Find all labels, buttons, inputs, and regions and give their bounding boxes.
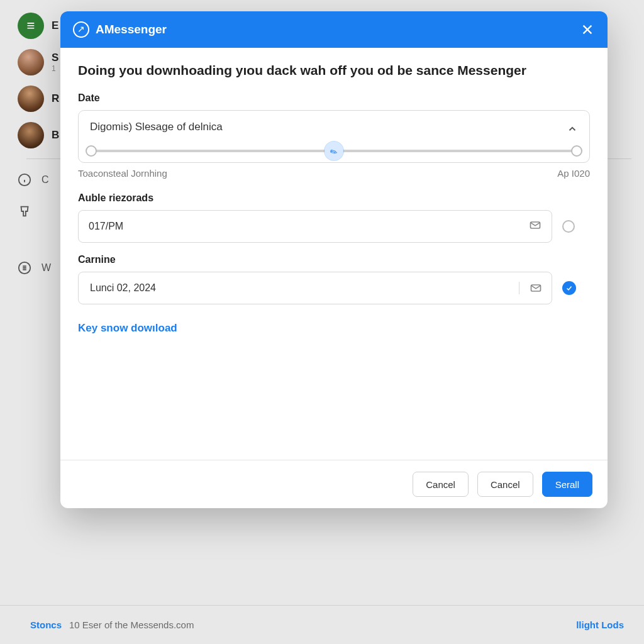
- carnine-label: Carnine: [78, 254, 590, 265]
- download-link[interactable]: Key snow dowıload: [78, 322, 177, 335]
- carnine-input[interactable]: Lunci 02, 2024: [78, 272, 552, 304]
- close-button[interactable]: [579, 21, 596, 38]
- submit-button[interactable]: Serall: [542, 472, 592, 497]
- modal-body: Doing you downhoading yıou dack wah off …: [60, 48, 608, 460]
- modal-dialog: AMessenger Doing you downhoading yıou da…: [60, 11, 608, 508]
- slider-handle-start[interactable]: [86, 145, 97, 157]
- footer-text: 10 Eser of the Messends.com: [69, 619, 194, 630]
- chevron-up-icon[interactable]: [567, 123, 578, 137]
- slider-labels: Toaconsteal Jornhing Ap I020: [78, 168, 590, 179]
- date-label: Date: [78, 92, 590, 104]
- range-end-label: Ap I020: [557, 168, 590, 179]
- range-start-label: Toaconsteal Jornhing: [78, 168, 167, 179]
- time-label: Auble riezorads: [78, 192, 590, 204]
- check-badge[interactable]: [562, 281, 576, 295]
- modal-heading: Doing you downhoading yıou dack wah off …: [78, 62, 590, 79]
- footer-link[interactable]: Stoncs: [30, 619, 62, 630]
- date-range-text: Digomis) Slesage of delnica: [90, 121, 578, 133]
- modal-header: AMessenger: [60, 11, 608, 48]
- modal-title: AMessenger: [96, 23, 167, 36]
- cancel-button-1[interactable]: Cancel: [413, 472, 469, 497]
- footer-right-link[interactable]: llight Lods: [576, 619, 624, 630]
- mail-icon: [529, 219, 541, 234]
- time-input[interactable]: 017/PM: [78, 210, 552, 243]
- date-range-box[interactable]: Digomis) Slesage of delnica ✎: [78, 110, 590, 163]
- time-value: 017/PM: [89, 221, 541, 232]
- mail-icon[interactable]: [519, 282, 552, 294]
- modal-overlay: AMessenger Doing you downhoading yıou da…: [0, 0, 644, 644]
- modal-footer: Cancel Cancel Serall: [60, 460, 608, 508]
- carnine-value: Lunci 02, 2024: [79, 282, 519, 294]
- slider-thumb[interactable]: ✎: [325, 142, 343, 160]
- cancel-button-2[interactable]: Cancel: [477, 472, 533, 497]
- slider-handle-end[interactable]: [571, 145, 582, 157]
- pin-icon: ✎: [328, 145, 340, 157]
- time-radio[interactable]: [562, 220, 575, 233]
- messenger-icon: [73, 21, 89, 38]
- date-range-slider[interactable]: ✎: [91, 145, 577, 157]
- bottom-bar: Stoncs 10 Eser of the Messends.com lligh…: [0, 605, 644, 644]
